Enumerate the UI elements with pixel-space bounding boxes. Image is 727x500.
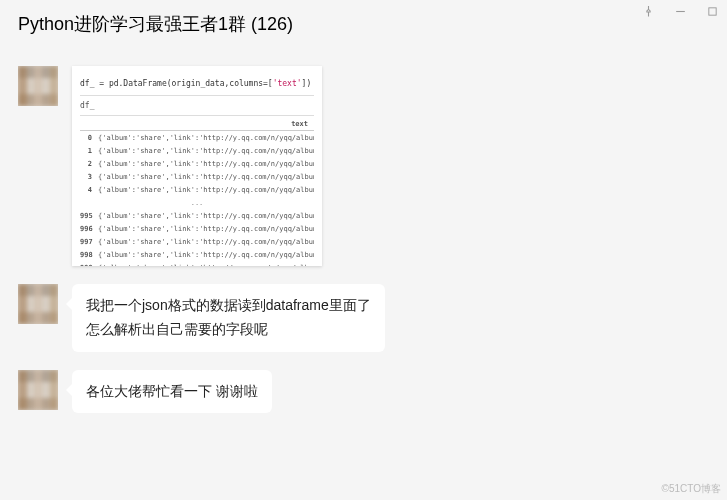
table-row: 995{'album':'share','link':'http://y.qq.… — [80, 209, 314, 222]
group-title: Python进阶学习最强王者1群 (126) — [18, 12, 293, 36]
watermark: ©51CTO博客 — [662, 482, 721, 496]
screenshot-thumbnail[interactable]: df_ = pd.DataFrame(origin_data,columns=[… — [72, 66, 322, 266]
message-row: 我把一个json格式的数据读到dataframe里面了 怎么解析出自己需要的字段… — [18, 284, 709, 352]
table-row: 996{'album':'share','link':'http://y.qq.… — [80, 222, 314, 235]
titlebar: Python进阶学习最强王者1群 (126) — [0, 0, 727, 48]
maximize-icon[interactable] — [705, 4, 719, 18]
avatar[interactable] — [18, 66, 58, 106]
table-row: 0{'album':'share','link':'http://y.qq.co… — [80, 131, 314, 144]
table-ellipsis: ... — [80, 196, 314, 209]
pin-icon[interactable] — [641, 4, 655, 18]
code-line: df_ — [80, 96, 314, 116]
message-row: 各位大佬帮忙看一下 谢谢啦 — [18, 370, 709, 414]
message-row: df_ = pd.DataFrame(origin_data,columns=[… — [18, 66, 709, 266]
table-row: 999{'album':'share','link':'http://y.qq.… — [80, 261, 314, 266]
chat-area: df_ = pd.DataFrame(origin_data,columns=[… — [0, 48, 727, 413]
table-header: text — [80, 120, 314, 131]
window-controls — [641, 4, 719, 18]
message-text: 我把一个json格式的数据读到dataframe里面了 — [86, 294, 371, 318]
table-row: 4{'album':'share','link':'http://y.qq.co… — [80, 183, 314, 196]
message-bubble[interactable]: 各位大佬帮忙看一下 谢谢啦 — [72, 370, 272, 414]
code-line: df_ = pd.DataFrame(origin_data,columns=[… — [80, 72, 314, 96]
minimize-icon[interactable] — [673, 4, 687, 18]
table-row: 998{'album':'share','link':'http://y.qq.… — [80, 248, 314, 261]
message-text: 怎么解析出自己需要的字段呢 — [86, 318, 371, 342]
table-row: 3{'album':'share','link':'http://y.qq.co… — [80, 170, 314, 183]
table-row: 2{'album':'share','link':'http://y.qq.co… — [80, 157, 314, 170]
dataframe-preview: text 0{'album':'share','link':'http://y.… — [80, 120, 314, 266]
avatar[interactable] — [18, 284, 58, 324]
message-text: 各位大佬帮忙看一下 谢谢啦 — [86, 383, 258, 399]
table-row: 1{'album':'share','link':'http://y.qq.co… — [80, 144, 314, 157]
table-row: 997{'album':'share','link':'http://y.qq.… — [80, 235, 314, 248]
avatar[interactable] — [18, 370, 58, 410]
message-bubble[interactable]: 我把一个json格式的数据读到dataframe里面了 怎么解析出自己需要的字段… — [72, 284, 385, 352]
svg-rect-1 — [708, 7, 715, 14]
